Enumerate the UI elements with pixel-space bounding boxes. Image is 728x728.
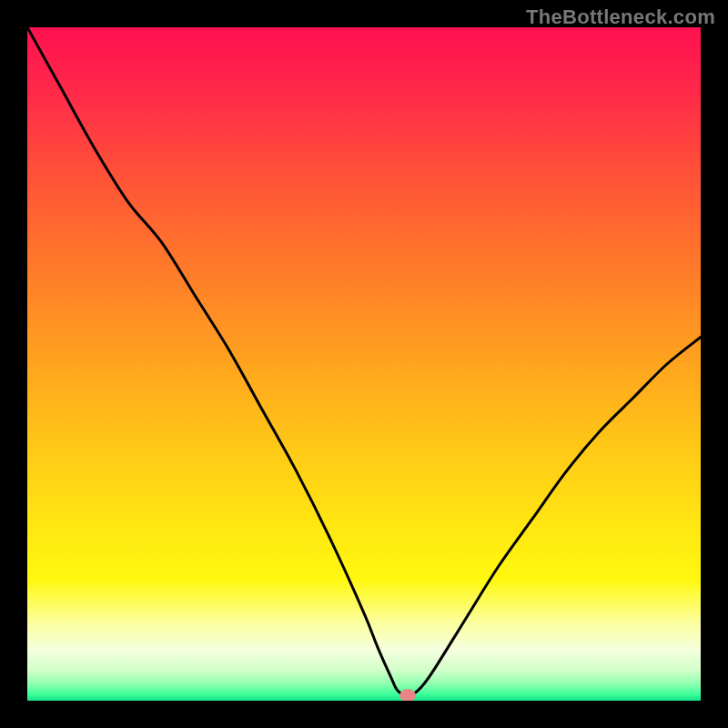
gradient-background xyxy=(27,27,701,701)
watermark-label: TheBottleneck.com xyxy=(526,5,715,29)
bottleneck-chart xyxy=(27,27,701,701)
plot-area xyxy=(27,27,701,701)
chart-frame: TheBottleneck.com xyxy=(0,0,728,728)
